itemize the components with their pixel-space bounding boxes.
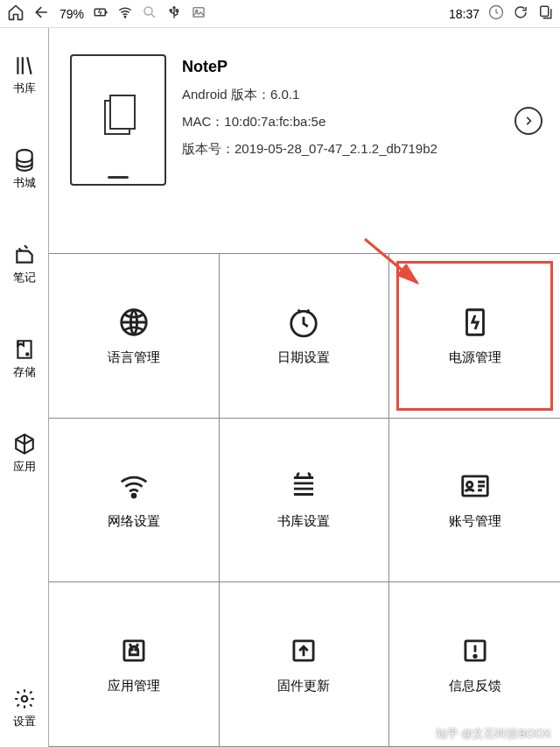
sidebar-item-label: 存储 <box>13 364 36 380</box>
svg-point-2 <box>144 7 152 15</box>
battery-percent: 79% <box>60 7 84 21</box>
globe-icon <box>117 306 150 339</box>
svg-point-8 <box>26 353 28 355</box>
multitask-icon[interactable] <box>537 4 553 23</box>
sidebar-item-store[interactable]: 书城 <box>13 149 36 191</box>
grid-item-network[interactable]: 网络设置 <box>49 419 220 583</box>
grid-item-date[interactable]: 日期设置 <box>220 254 390 419</box>
back-icon[interactable] <box>33 4 51 24</box>
account-icon <box>458 469 492 503</box>
sidebar-item-label: 书城 <box>13 175 36 191</box>
svg-point-23 <box>473 655 476 658</box>
battery-icon <box>93 4 108 23</box>
refresh-icon[interactable] <box>513 4 528 23</box>
grid-item-label: 账号管理 <box>449 513 501 530</box>
grid-item-label: 电源管理 <box>449 349 501 366</box>
svg-rect-11 <box>110 95 135 129</box>
status-bar: 79% 18:37 <box>0 0 560 28</box>
svg-point-1 <box>124 17 126 18</box>
build-number: 版本号：2019-05-28_07-47_2.1.2_db719b2 <box>182 141 438 158</box>
svg-rect-7 <box>541 6 549 16</box>
svg-point-20 <box>135 649 136 651</box>
grid-item-feedback[interactable]: 信息反馈 <box>389 582 560 747</box>
device-name: NoteP <box>182 58 438 76</box>
grid-item-account[interactable]: 账号管理 <box>389 419 560 583</box>
svg-point-19 <box>131 649 133 651</box>
sidebar-item-library[interactable]: 书库 <box>13 54 36 96</box>
device-info-panel: NoteP Android 版本：6.0.1 MAC：10:d0:7a:fc:b… <box>49 28 560 254</box>
svg-rect-18 <box>124 641 144 660</box>
settings-grid: 语言管理 日期设置 电源管理 网络设置 书库设置 账号管理 <box>49 254 560 747</box>
wifi-settings-icon <box>117 469 150 503</box>
grid-item-label: 网络设置 <box>108 513 160 530</box>
grid-item-label: 日期设置 <box>277 349 330 366</box>
sidebar-item-label: 笔记 <box>13 270 36 285</box>
watermark: 知乎 @文石科技BOOX <box>436 726 551 742</box>
sidebar-item-label: 书库 <box>13 81 36 96</box>
usb-icon <box>166 4 182 23</box>
books-icon <box>287 469 320 503</box>
device-image <box>70 54 166 186</box>
more-info-button[interactable] <box>514 107 542 135</box>
sidebar-item-label: 设置 <box>13 714 36 729</box>
svg-point-15 <box>132 495 136 498</box>
sidebar-item-apps[interactable]: 应用 <box>13 433 36 475</box>
grid-item-label: 固件更新 <box>277 678 330 694</box>
svg-point-3 <box>170 10 172 11</box>
image-icon[interactable] <box>191 4 206 23</box>
sidebar-item-settings[interactable]: 设置 <box>13 687 36 729</box>
android-icon <box>117 634 150 667</box>
sidebar-item-storage[interactable]: 存储 <box>13 338 36 380</box>
power-icon <box>458 306 492 339</box>
svg-point-17 <box>466 483 472 488</box>
wifi-icon[interactable] <box>117 4 133 23</box>
clock-icon <box>287 306 320 339</box>
grid-item-label: 信息反馈 <box>449 678 501 694</box>
svg-rect-4 <box>193 8 204 18</box>
svg-rect-14 <box>466 310 483 335</box>
mac-address: MAC：10:d0:7a:fc:ba:5e <box>182 114 438 130</box>
sidebar-item-notes[interactable]: 笔记 <box>13 243 36 285</box>
grid-item-label: 语言管理 <box>108 349 160 366</box>
svg-point-9 <box>21 696 27 702</box>
home-icon[interactable] <box>7 4 24 24</box>
update-icon <box>287 634 320 667</box>
search-icon[interactable] <box>142 4 158 23</box>
feedback-icon <box>458 634 492 667</box>
grid-item-language[interactable]: 语言管理 <box>49 254 220 419</box>
clock-time: 18:37 <box>449 7 480 21</box>
grid-item-app-manage[interactable]: 应用管理 <box>49 582 220 747</box>
grid-item-label: 应用管理 <box>108 678 160 694</box>
grid-item-firmware[interactable]: 固件更新 <box>220 582 390 747</box>
touch-icon[interactable] <box>488 4 504 23</box>
sidebar: 书库 书城 笔记 存储 应用 设置 <box>0 28 49 747</box>
grid-item-power[interactable]: 电源管理 <box>389 254 560 419</box>
android-version: Android 版本：6.0.1 <box>182 87 438 103</box>
sidebar-item-label: 应用 <box>13 459 36 475</box>
grid-item-label: 书库设置 <box>277 513 330 530</box>
grid-item-library-settings[interactable]: 书库设置 <box>220 419 390 583</box>
